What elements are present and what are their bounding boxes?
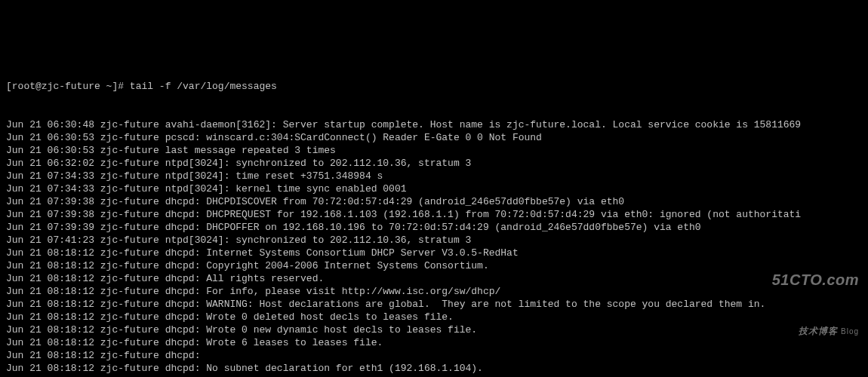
log-line: Jun 21 07:34:33 zjc-future ntpd[3024]: t… <box>6 170 862 182</box>
log-line: Jun 21 07:41:23 zjc-future ntpd[3024]: s… <box>6 234 862 247</box>
log-line: Jun 21 08:18:12 zjc-future dhcpd: Intern… <box>6 247 862 259</box>
log-line: Jun 21 07:34:33 zjc-future ntpd[3024]: k… <box>6 182 862 195</box>
log-line: Jun 21 07:39:38 zjc-future dhcpd: DHCPDI… <box>6 195 862 208</box>
log-line: Jun 21 08:18:12 zjc-future dhcpd: Wrote … <box>6 323 862 336</box>
log-line: Jun 21 08:18:12 zjc-future dhcpd: WARNIN… <box>6 298 862 311</box>
log-line: Jun 21 08:18:12 zjc-future dhcpd: For in… <box>6 285 862 298</box>
shell-prompt: [root@zjc-future ~]# tail -f /var/log/me… <box>6 80 862 93</box>
log-line: Jun 21 08:18:12 zjc-future dhcpd: All ri… <box>6 272 862 285</box>
log-line: Jun 21 08:18:12 zjc-future dhcpd: Wrote … <box>6 336 862 349</box>
log-line: Jun 21 08:18:12 zjc-future dhcpd: Copyri… <box>6 259 862 272</box>
log-line: Jun 21 06:30:53 zjc-future pcscd: winsca… <box>6 131 862 144</box>
log-line: Jun 21 06:32:02 zjc-future ntpd[3024]: s… <box>6 157 862 170</box>
log-output: Jun 21 06:30:48 zjc-future avahi-daemon[… <box>6 118 862 377</box>
log-line: Jun 21 06:30:48 zjc-future avahi-daemon[… <box>6 118 862 131</box>
terminal-output: [root@zjc-future ~]# tail -f /var/log/me… <box>6 54 862 377</box>
log-line: Jun 21 08:18:12 zjc-future dhcpd: <box>6 349 862 362</box>
log-line: Jun 21 07:39:39 zjc-future dhcpd: DHCPOF… <box>6 221 862 234</box>
log-line: Jun 21 06:30:53 zjc-future last message … <box>6 144 862 157</box>
log-line: Jun 21 08:18:12 zjc-future dhcpd: No sub… <box>6 362 862 375</box>
log-line: Jun 21 07:39:38 zjc-future dhcpd: DHCPRE… <box>6 208 862 221</box>
log-line: Jun 21 08:18:12 zjc-future dhcpd: Wrote … <box>6 311 862 323</box>
